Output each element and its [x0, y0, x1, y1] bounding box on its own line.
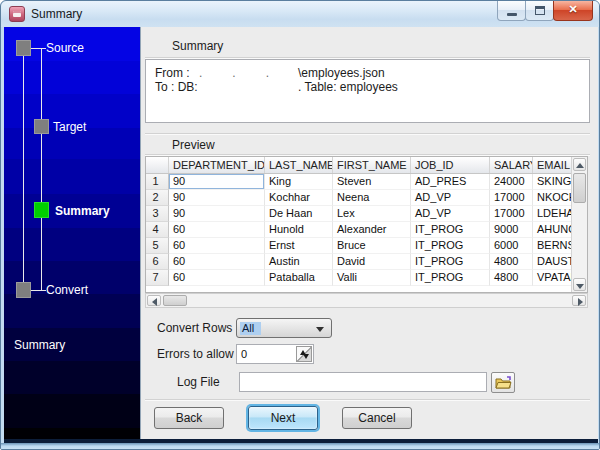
to-label: To : DB:	[155, 80, 198, 94]
close-icon: ✕	[554, 3, 592, 16]
table-cell[interactable]: 9000	[490, 222, 533, 238]
table-cell[interactable]: De Haan	[265, 206, 333, 222]
row-number[interactable]: 5	[146, 238, 169, 254]
table-cell[interactable]: 90	[169, 206, 265, 222]
table-cell[interactable]: IT_PROG	[411, 238, 490, 254]
maximize-button[interactable]	[525, 1, 554, 21]
scroll-up-button[interactable]	[573, 158, 586, 171]
table-cell[interactable]: 17000	[490, 206, 533, 222]
table-cell[interactable]: 24000	[490, 174, 533, 190]
spinner-control[interactable]	[296, 346, 312, 362]
row-number[interactable]: 7	[146, 270, 169, 286]
window-title: Summary	[31, 7, 82, 21]
scroll-right-button[interactable]	[572, 295, 586, 306]
table-cell[interactable]: IT_PROG	[411, 222, 490, 238]
table-cell[interactable]: NKOCHH	[533, 190, 573, 206]
step-marker-summary	[34, 202, 49, 218]
column-header-email[interactable]: EMAIL	[533, 157, 573, 173]
table-cell[interactable]: 90	[169, 174, 265, 190]
sidebar-step-target: Target	[53, 120, 86, 134]
column-header-last_name[interactable]: LAST_NAME	[265, 157, 333, 173]
errors-to-allow-input[interactable]: 0	[236, 344, 314, 364]
table-cell[interactable]: Ernst	[265, 238, 333, 254]
sidebar-footer-label: Summary	[14, 338, 65, 352]
divider	[145, 399, 590, 400]
vertical-scroll-thumb[interactable]	[573, 173, 586, 203]
table-cell[interactable]: AHUNOL	[533, 222, 573, 238]
divider	[145, 154, 590, 155]
table-cell[interactable]: Steven	[333, 174, 411, 190]
log-file-input[interactable]	[239, 372, 487, 392]
cancel-button[interactable]: Cancel	[342, 407, 412, 429]
step-connector-line	[31, 290, 46, 291]
sidebar-step-summary: Summary	[55, 204, 110, 218]
summary-section-title: Summary	[172, 39, 223, 53]
table-cell[interactable]: David	[333, 254, 411, 270]
convert-rows-select[interactable]: All	[236, 318, 332, 338]
table-cell[interactable]: AD_PRES	[411, 174, 490, 190]
column-header-first_name[interactable]: FIRST_NAME	[333, 157, 411, 173]
table-cell[interactable]: 60	[169, 254, 265, 270]
table-cell[interactable]: 17000	[490, 190, 533, 206]
close-button[interactable]: ✕	[553, 1, 593, 21]
table-cell[interactable]: Neena	[333, 190, 411, 206]
row-number[interactable]: 2	[146, 190, 169, 206]
table-cell[interactable]: Austin	[265, 254, 333, 270]
table-cell[interactable]: 4800	[490, 254, 533, 270]
table-cell[interactable]: Lex	[333, 206, 411, 222]
table-cell[interactable]: 60	[169, 270, 265, 286]
corner-header-cell	[146, 157, 169, 173]
table-cell[interactable]: Bruce	[333, 238, 411, 254]
wizard-window: Summary ✕ Source Target Summary Convert …	[0, 0, 600, 450]
step-marker-convert	[16, 282, 31, 298]
table-cell[interactable]: 90	[169, 190, 265, 206]
scroll-down-button[interactable]	[573, 278, 586, 291]
row-number[interactable]: 6	[146, 254, 169, 270]
horizontal-scrollbar[interactable]	[145, 293, 588, 308]
table-cell[interactable]: 60	[169, 238, 265, 254]
column-header-salary[interactable]: SALARY	[490, 157, 533, 173]
convert-rows-label: Convert Rows	[157, 321, 232, 335]
chevron-down-icon	[316, 327, 324, 332]
table-cell[interactable]: Kochhar	[265, 190, 333, 206]
table-cell[interactable]: Hunold	[265, 222, 333, 238]
title-bar[interactable]: Summary ✕	[1, 1, 600, 27]
row-number[interactable]: 4	[146, 222, 169, 238]
preview-section-title: Preview	[172, 138, 215, 152]
browse-log-file-button[interactable]	[491, 372, 515, 393]
table-cell[interactable]: Pataballa	[265, 270, 333, 286]
table-header-row: DEPARTMENT_IDLAST_NAMEFIRST_NAMEJOB_IDSA…	[146, 157, 587, 174]
table-cell[interactable]: SKING	[533, 174, 573, 190]
main-panel: Summary From : . . . \employees.json To …	[140, 27, 598, 439]
column-header-job_id[interactable]: JOB_ID	[411, 157, 490, 173]
table-cell[interactable]: 60	[169, 222, 265, 238]
table-cell[interactable]: 6000	[490, 238, 533, 254]
minimize-button[interactable]	[497, 1, 526, 21]
row-number[interactable]: 3	[146, 206, 169, 222]
table-cell[interactable]: King	[265, 174, 333, 190]
scroll-left-button[interactable]	[147, 295, 161, 306]
table-cell[interactable]: Alexander	[333, 222, 411, 238]
table-cell[interactable]: DAUSTIN	[533, 254, 573, 270]
back-button[interactable]: Back	[154, 407, 224, 429]
table-cell[interactable]: IT_PROG	[411, 254, 490, 270]
table-cell[interactable]: AD_VP	[411, 206, 490, 222]
table-cell[interactable]: AD_VP	[411, 190, 490, 206]
table-cell[interactable]: LDEHAAN	[533, 206, 573, 222]
table-cell[interactable]: Valli	[333, 270, 411, 286]
table-cell[interactable]: VPATABA	[533, 270, 573, 286]
table-cell[interactable]: IT_PROG	[411, 270, 490, 286]
maximize-icon	[535, 6, 545, 15]
table-cell[interactable]: BERNST	[533, 238, 573, 254]
spinner-down-icon[interactable]	[303, 354, 309, 359]
window-bottom-border	[1, 443, 600, 450]
table-cell[interactable]: 4800	[490, 270, 533, 286]
horizontal-scroll-thumb[interactable]	[163, 295, 187, 306]
table-row: 190KingStevenAD_PRES24000SKING	[146, 174, 587, 190]
summary-text-box: From : . . . \employees.json To : DB: . …	[145, 59, 590, 123]
column-header-department_id[interactable]: DEPARTMENT_ID	[169, 157, 265, 173]
sidebar-step-source: Source	[46, 41, 84, 55]
row-number[interactable]: 1	[146, 174, 169, 190]
next-button[interactable]: Next	[248, 406, 318, 430]
vertical-scrollbar[interactable]	[571, 157, 587, 292]
